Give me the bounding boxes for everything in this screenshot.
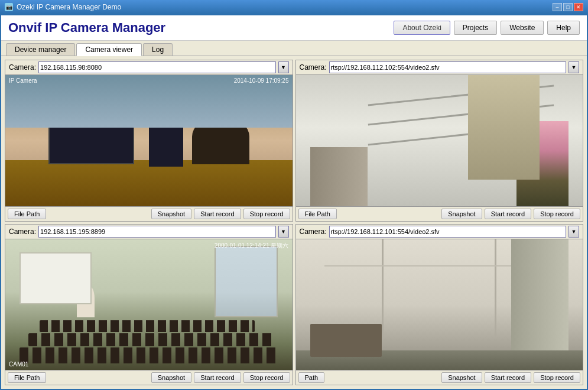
camera-grid: Camera: ▼ IP Camera 2014-10-09 17:09:25 <box>5 60 583 385</box>
camera-select-1[interactable] <box>38 61 275 73</box>
stop-record-button-1[interactable]: Stop record <box>243 209 290 219</box>
app-container: Onvif IP Camera Manager About Ozeki Proj… <box>0 14 588 390</box>
filepath-button-2[interactable]: File Path <box>298 209 337 219</box>
website-button[interactable]: Website <box>501 21 544 35</box>
start-record-button-2[interactable]: Start record <box>485 209 531 219</box>
camera-controls-4: Path Snapshot Start record Stop record <box>296 370 583 385</box>
snapshot-button-3[interactable]: Snapshot <box>151 372 191 383</box>
camera-label-2: Camera: <box>300 63 327 72</box>
tab-camera-viewer[interactable]: Camera viewer <box>76 43 142 56</box>
close-button[interactable]: ✕ <box>574 3 583 11</box>
scene-1 <box>5 75 293 206</box>
camera-dropdown-btn-2[interactable]: ▼ <box>568 61 579 73</box>
scene-4 <box>296 239 583 370</box>
camera-controls-1: File Path Snapshot Start record Stop rec… <box>5 206 293 221</box>
wall-left <box>382 239 384 337</box>
camera-feed-2 <box>296 75 583 206</box>
about-ozeki-button[interactable]: About Ozeki <box>394 21 450 35</box>
title-bar: 📷 Ozeki IP Camera Manager Demo – □ ✕ <box>0 0 588 14</box>
camera-dropdown-btn-1[interactable]: ▼ <box>278 61 289 73</box>
feed-cam-label-3: CAM01 <box>9 361 28 368</box>
camera-label-4: Camera: <box>300 228 327 236</box>
header-buttons: About Ozeki Projects Website Help <box>394 21 580 35</box>
wall-right <box>495 239 496 337</box>
camera-select-4[interactable] <box>329 226 566 238</box>
feed-timestamp-1: 2014-10-09 17:09:25 <box>234 77 289 84</box>
window-1 <box>215 246 278 318</box>
post <box>310 147 368 206</box>
camera-dropdown-btn-3[interactable]: ▼ <box>278 226 289 238</box>
camera-panel-3: Camera: ▼ 2000-01-01 12:14:21 星期六 CAM01 <box>5 224 293 386</box>
scene-3 <box>5 239 293 370</box>
minimize-button[interactable]: – <box>553 3 562 11</box>
filepath-button-3[interactable]: File Path <box>8 372 46 383</box>
camera-label-3: Camera: <box>9 228 36 236</box>
main-content: Camera: ▼ IP Camera 2014-10-09 17:09:25 <box>1 56 587 389</box>
partition <box>511 239 568 357</box>
filepath-button-4[interactable]: Path <box>298 372 325 383</box>
camera-controls-3: File Path Snapshot Start record Stop rec… <box>5 370 293 385</box>
monitor2 <box>149 128 183 167</box>
stop-record-button-3[interactable]: Stop record <box>243 372 290 383</box>
maximize-button[interactable]: □ <box>563 3 573 11</box>
whiteboard <box>20 252 91 305</box>
tab-device-manager[interactable]: Device manager <box>6 43 75 56</box>
camera-header-1: Camera: ▼ <box>5 60 293 75</box>
window-title: Ozeki IP Camera Manager Demo <box>17 3 121 11</box>
wall-decor <box>468 75 540 180</box>
feed-label-1: IP Camera <box>9 77 37 84</box>
table <box>310 324 382 356</box>
snapshot-button-1[interactable]: Snapshot <box>151 209 191 219</box>
camera-panel-1: Camera: ▼ IP Camera 2014-10-09 17:09:25 <box>5 60 293 222</box>
desk-surface <box>5 160 293 206</box>
camera-label-1: Camera: <box>9 63 36 72</box>
projects-button[interactable]: Projects <box>454 21 497 35</box>
camera-header-2: Camera: ▼ <box>296 60 583 75</box>
chairs-row-2 <box>28 333 272 346</box>
start-record-button-4[interactable]: Start record <box>485 372 531 383</box>
app-header: Onvif IP Camera Manager About Ozeki Proj… <box>1 15 587 41</box>
tabs-bar: Device manager Camera viewer Log <box>1 41 587 56</box>
camera-feed-4 <box>296 239 583 370</box>
camera-panel-4: Camera: ▼ <box>295 224 584 386</box>
camera-select-2[interactable] <box>329 61 566 73</box>
chairs-row-1 <box>20 347 278 363</box>
camera-controls-2: File Path Snapshot Start record Stop rec… <box>296 206 583 221</box>
camera-header-4: Camera: ▼ <box>296 225 583 239</box>
app-title: Onvif IP Camera Manager <box>8 20 165 35</box>
start-record-button-1[interactable]: Start record <box>194 209 241 219</box>
camera-feed-1: IP Camera 2014-10-09 17:09:25 <box>5 75 293 206</box>
chairs-row-3 <box>40 320 255 332</box>
camera-panel-2: Camera: ▼ <box>295 60 584 222</box>
camera-select-3[interactable] <box>38 226 275 238</box>
scene-2 <box>296 75 583 206</box>
feed-timestamp-3: 2000-01-01 12:14:21 星期六 <box>215 242 289 250</box>
help-button[interactable]: Help <box>547 21 580 35</box>
snapshot-button-4[interactable]: Snapshot <box>441 372 482 383</box>
camera-feed-3: 2000-01-01 12:14:21 星期六 CAM01 <box>5 239 293 370</box>
stop-record-button-2[interactable]: Stop record <box>534 209 580 219</box>
camera-header-3: Camera: ▼ <box>5 225 293 239</box>
start-record-button-3[interactable]: Start record <box>194 372 241 383</box>
stop-record-button-4[interactable]: Stop record <box>534 372 580 383</box>
app-icon: 📷 <box>5 3 13 11</box>
tab-log[interactable]: Log <box>143 43 173 56</box>
snapshot-button-2[interactable]: Snapshot <box>441 209 482 219</box>
camera-dropdown-btn-4[interactable]: ▼ <box>568 226 579 238</box>
filepath-button-1[interactable]: File Path <box>8 209 46 219</box>
